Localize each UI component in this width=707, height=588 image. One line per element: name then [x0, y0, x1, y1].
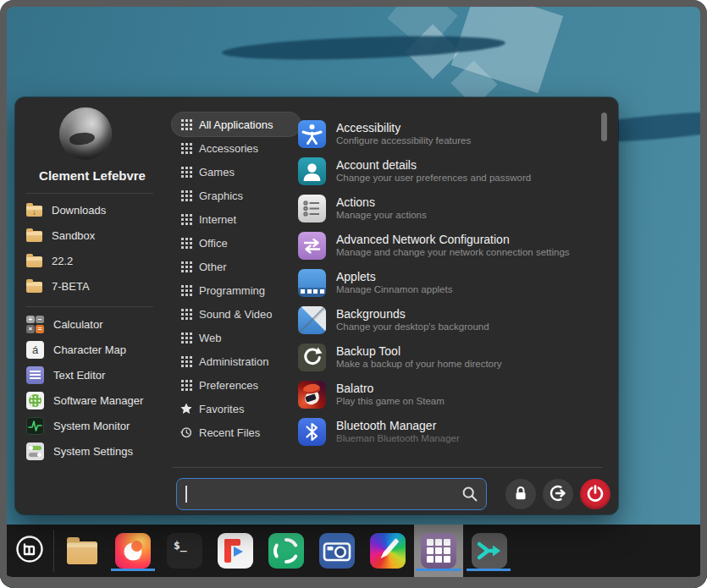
sidebar-item-character-map[interactable]: á Character Map — [15, 337, 169, 362]
sidebar-item-text-editor[interactable]: Text Editor — [15, 362, 169, 387]
app-list-scrollbar[interactable] — [601, 113, 607, 141]
folder-icon — [26, 256, 42, 267]
red-f-play-icon — [218, 533, 253, 569]
system-settings-icon — [26, 442, 44, 460]
sidebar-item-system-monitor[interactable]: System Monitor — [15, 413, 169, 438]
place-item-222[interactable]: 22.2 — [15, 248, 169, 273]
taskbar-item-f-launcher[interactable] — [211, 525, 260, 577]
taskbar-item-sync-tool[interactable] — [262, 525, 311, 577]
menu-sidebar: Clement Lefebvre ↓ Downloads Sandbox 22.… — [15, 97, 169, 514]
category-web[interactable]: Web — [172, 326, 301, 349]
text-editor-icon — [26, 366, 44, 384]
folder-icon — [26, 282, 42, 293]
screenshot-stage: Clement Lefebvre ↓ Downloads Sandbox 22.… — [0, 0, 707, 588]
firefox-icon — [115, 533, 151, 569]
taskbar-separator — [53, 530, 54, 572]
folder-icon — [67, 541, 97, 564]
lock-icon — [512, 485, 529, 504]
power-icon — [586, 484, 605, 505]
accessibility-icon — [298, 120, 326, 148]
category-games[interactable]: Games — [172, 160, 301, 184]
backgrounds-icon — [298, 306, 326, 334]
category-grid-icon — [180, 190, 192, 201]
search-field-wrap — [176, 478, 487, 510]
category-recent-files[interactable]: Recent Files — [172, 420, 301, 444]
category-programming[interactable]: Programming — [172, 278, 301, 302]
app-item-account-details[interactable]: Account detailsChange your user preferen… — [298, 152, 605, 190]
category-grid-icon — [180, 308, 192, 320]
rainbow-brush-icon — [370, 533, 406, 569]
category-all-applications[interactable]: All Applications — [172, 113, 301, 136]
app-item-bluetooth-manager[interactable]: Bluetooth ManagerBlueman Bluetooth Manag… — [298, 413, 605, 450]
account-details-icon — [298, 157, 326, 185]
logout-icon — [549, 484, 567, 505]
category-accessories[interactable]: Accessories — [172, 136, 301, 160]
place-item-sandbox[interactable]: Sandbox — [15, 223, 169, 248]
software-manager-icon — [26, 392, 44, 409]
taskbar-item-file-manager[interactable] — [58, 525, 107, 577]
categories-list: All Applications Accessories Games Graph… — [172, 113, 301, 444]
category-sound-video[interactable]: Sound & Video — [172, 302, 301, 326]
system-monitor-icon — [26, 417, 44, 435]
category-other[interactable]: Other — [172, 255, 301, 278]
running-indicator — [111, 569, 155, 571]
running-indicator — [416, 569, 461, 571]
category-favorites[interactable]: Favorites — [172, 397, 301, 420]
category-grid-icon — [180, 355, 192, 367]
recent-files-icon — [180, 426, 192, 438]
power-button[interactable] — [580, 479, 610, 509]
application-list: AccessibilityConfigure accessibility fea… — [298, 112, 605, 460]
actions-icon — [298, 195, 326, 223]
app-item-balatro[interactable]: BalatroPlay this game on Steam — [298, 376, 605, 413]
divider — [172, 467, 602, 468]
bluetooth-icon — [298, 418, 326, 446]
category-grid-icon — [180, 379, 192, 391]
search-input[interactable] — [176, 478, 487, 510]
lock-button[interactable] — [505, 479, 536, 509]
sidebar-item-software-manager[interactable]: Software Manager — [15, 387, 169, 413]
mint-logo-icon — [14, 533, 46, 569]
category-grid-icon — [180, 284, 192, 296]
terminal-icon: $_ — [167, 533, 202, 569]
character-map-icon: á — [26, 341, 44, 359]
app-item-applets[interactable]: AppletsManage Cinnamon applets — [298, 264, 605, 301]
system-apps-list: +−×= Calculator á Character Map Text Edi… — [15, 311, 169, 464]
user-name: Clement Lefebvre — [15, 168, 169, 183]
place-item-7beta[interactable]: 7-BETA — [15, 273, 169, 299]
sidebar-item-calculator[interactable]: +−×= Calculator — [15, 311, 169, 337]
sidebar-item-system-settings[interactable]: System Settings — [15, 438, 169, 464]
camera-icon — [319, 533, 355, 569]
place-item-downloads[interactable]: ↓ Downloads — [15, 197, 169, 223]
app-item-backgrounds[interactable]: BackgroundsChange your desktop's backgro… — [298, 301, 605, 338]
app-item-backup-tool[interactable]: Backup ToolMake a backup of your home di… — [298, 338, 605, 376]
running-indicator — [467, 569, 511, 571]
purple-grid-icon — [421, 533, 456, 569]
app-item-advanced-network-configuration[interactable]: Advanced Network ConfigurationManage and… — [298, 227, 605, 264]
category-preferences[interactable]: Preferences — [172, 373, 301, 397]
divider — [26, 193, 153, 194]
folder-icon — [26, 231, 42, 242]
logout-button[interactable] — [543, 479, 573, 509]
category-internet[interactable]: Internet — [172, 207, 301, 231]
taskbar-item-paint-tool[interactable] — [363, 525, 412, 577]
app-item-actions[interactable]: ActionsManage your actions — [298, 190, 605, 227]
category-grid-icon — [180, 166, 192, 178]
applets-icon — [298, 269, 326, 297]
app-item-accessibility[interactable]: AccessibilityConfigure accessibility fea… — [298, 115, 605, 152]
category-office[interactable]: Office — [172, 231, 301, 255]
taskbar-panel: $_ — [0, 525, 707, 588]
user-avatar[interactable] — [59, 107, 112, 160]
taskbar-mint-menu-button[interactable] — [14, 535, 46, 567]
places-list: ↓ Downloads Sandbox 22.2 7-BETA — [15, 197, 169, 299]
category-grid-icon — [180, 237, 192, 249]
folder-download-icon: ↓ — [26, 206, 42, 217]
balatro-icon — [298, 381, 326, 409]
taskbar-item-camera-tool[interactable] — [312, 525, 362, 577]
taskbar-item-terminal[interactable]: $_ — [160, 525, 209, 577]
category-grid-icon — [180, 261, 192, 272]
category-grid-icon — [180, 142, 192, 154]
app-item-partial — [298, 450, 605, 460]
category-graphics[interactable]: Graphics — [172, 184, 301, 207]
category-administration[interactable]: Administration — [172, 349, 301, 373]
search-icon — [461, 486, 478, 506]
